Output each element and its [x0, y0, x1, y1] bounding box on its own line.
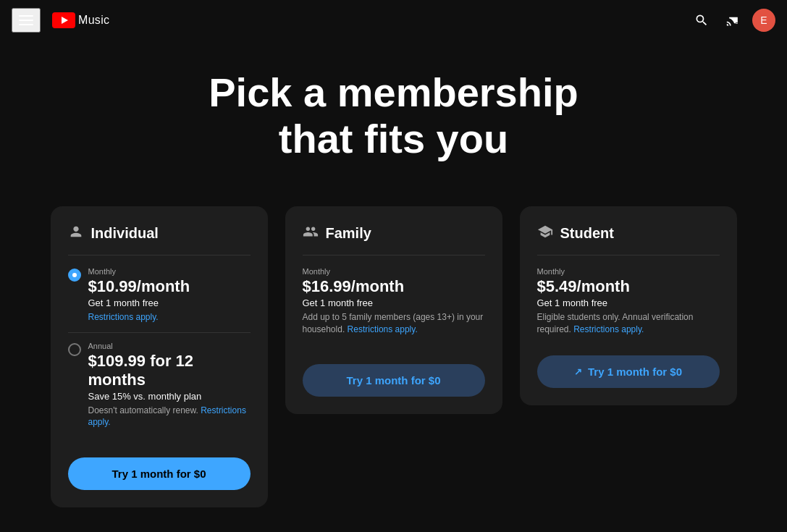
individual-annual-restrictions-link[interactable]: Restrictions apply.	[88, 405, 246, 428]
individual-monthly-label: Monthly	[88, 267, 251, 276]
search-button[interactable]	[689, 7, 715, 33]
student-card: Student Monthly $5.49/month Get 1 month …	[520, 206, 737, 406]
header-right: E	[689, 7, 775, 33]
family-icon	[303, 224, 319, 243]
logo[interactable]: Music	[52, 12, 109, 28]
cast-icon	[726, 13, 741, 28]
individual-monthly-info: Monthly $10.99/month Get 1 month free Re…	[88, 267, 251, 324]
family-divider	[303, 255, 485, 256]
student-card-header: Student	[537, 224, 720, 243]
family-cta-button[interactable]: Try 1 month for $0	[303, 364, 485, 397]
individual-divider	[68, 255, 251, 256]
individual-monthly-free: Get 1 month free	[88, 297, 251, 308]
family-monthly-desc: Add up to 5 family members (ages 13+) in…	[303, 311, 485, 336]
logo-text: Music	[78, 14, 109, 27]
individual-cta-button[interactable]: Try 1 month for $0	[68, 457, 251, 490]
individual-card-header: Individual	[68, 224, 251, 243]
family-monthly-plan: Monthly $16.99/month Get 1 month free Ad…	[303, 267, 485, 345]
individual-annual-desc: Doesn't automatically renew. Restriction…	[88, 405, 251, 429]
student-title: Student	[560, 225, 614, 242]
individual-monthly-radio[interactable]	[68, 269, 81, 282]
family-monthly-price: $16.99/month	[303, 277, 485, 296]
individual-monthly-price: $10.99/month	[88, 277, 251, 296]
individual-title: Individual	[91, 225, 159, 242]
individual-annual-price: $109.99 for 12 months	[88, 352, 251, 389]
family-monthly-free: Get 1 month free	[303, 297, 485, 308]
main-content: Pick a membership that fits you Individu…	[0, 41, 787, 532]
header-left: Music	[12, 8, 109, 33]
search-icon	[694, 13, 709, 28]
page-title: Pick a membership that fits you	[43, 69, 744, 163]
student-monthly-desc: Eligible students only. Annual verificat…	[537, 311, 720, 336]
student-monthly-free: Get 1 month free	[537, 297, 720, 308]
student-monthly-label: Monthly	[537, 267, 720, 276]
student-monthly-plan: Monthly $5.49/month Get 1 month free Eli…	[537, 267, 720, 345]
individual-annual-info: Annual $109.99 for 12 months Save 15% vs…	[88, 342, 251, 429]
family-card: Family Monthly $16.99/month Get 1 month …	[285, 206, 502, 415]
external-link-icon: ↗	[574, 366, 582, 377]
family-monthly-label: Monthly	[303, 267, 485, 276]
family-card-header: Family	[303, 224, 485, 243]
graduation-icon	[537, 224, 553, 243]
youtube-music-icon	[52, 12, 75, 28]
family-title: Family	[326, 225, 371, 242]
student-cta-button[interactable]: ↗ Try 1 month for $0	[537, 355, 720, 388]
cards-container: Individual Monthly $10.99/month Get 1 mo…	[43, 206, 744, 507]
student-cta-label: Try 1 month for $0	[588, 366, 682, 378]
individual-annual-save: Save 15% vs. monthly plan	[88, 391, 251, 402]
individual-monthly-desc: Restrictions apply.	[88, 311, 251, 324]
individual-annual-radio[interactable]	[68, 343, 81, 356]
individual-monthly-restrictions-link[interactable]: Restrictions apply.	[88, 312, 159, 322]
cast-button[interactable]	[720, 7, 746, 33]
individual-card: Individual Monthly $10.99/month Get 1 mo…	[51, 206, 268, 507]
individual-monthly-plan: Monthly $10.99/month Get 1 month free Re…	[68, 267, 251, 333]
student-restrictions-link[interactable]: Restrictions apply.	[573, 324, 644, 334]
student-divider	[537, 255, 720, 256]
person-icon	[68, 224, 84, 243]
student-monthly-price: $5.49/month	[537, 277, 720, 296]
individual-annual-label: Annual	[88, 342, 251, 350]
individual-annual-plan: Annual $109.99 for 12 months Save 15% vs…	[68, 342, 251, 438]
header: Music E	[0, 0, 787, 41]
hamburger-menu[interactable]	[12, 8, 41, 33]
family-restrictions-link[interactable]: Restrictions apply.	[348, 324, 418, 334]
user-avatar[interactable]: E	[752, 9, 775, 32]
